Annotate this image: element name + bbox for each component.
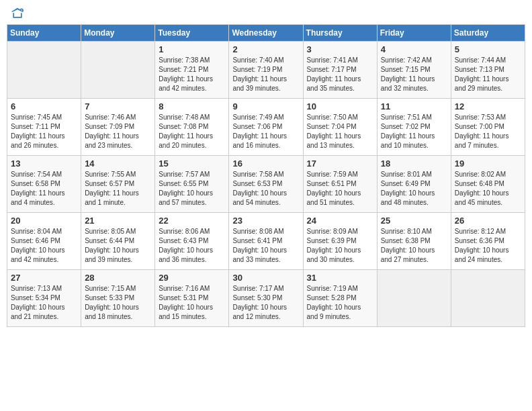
day-info: Sunrise: 7:41 AMSunset: 7:17 PMDaylight:…: [307, 56, 373, 93]
day-number: 14: [85, 158, 151, 169]
day-number: 3: [307, 44, 373, 54]
day-number: 8: [159, 101, 225, 111]
day-info: Sunrise: 8:05 AMSunset: 6:44 PMDaylight:…: [85, 227, 151, 265]
day-number: 29: [159, 273, 225, 283]
calendar-cell: 2Sunrise: 7:40 AMSunset: 7:19 PMDaylight…: [229, 42, 303, 99]
weekday-header: Sunday: [7, 25, 81, 42]
day-info: Sunrise: 8:09 AMSunset: 6:39 PMDaylight:…: [307, 227, 373, 265]
day-number: 30: [232, 273, 299, 283]
calendar-week-row: 27Sunrise: 7:13 AMSunset: 5:34 PMDayligh…: [7, 270, 525, 327]
calendar-cell: 21Sunrise: 8:05 AMSunset: 6:44 PMDayligh…: [81, 213, 155, 270]
day-info: Sunrise: 8:01 AMSunset: 6:49 PMDaylight:…: [381, 170, 447, 208]
day-number: 7: [85, 101, 151, 111]
day-number: 25: [381, 216, 447, 226]
calendar-cell: 29Sunrise: 7:16 AMSunset: 5:31 PMDayligh…: [155, 270, 229, 327]
calendar-cell: [7, 42, 81, 99]
day-number: 10: [307, 101, 373, 111]
day-info: Sunrise: 7:55 AMSunset: 6:57 PMDaylight:…: [85, 170, 151, 208]
day-info: Sunrise: 8:06 AMSunset: 6:43 PMDaylight:…: [159, 227, 225, 265]
day-info: Sunrise: 7:59 AMSunset: 6:51 PMDaylight:…: [307, 170, 373, 208]
calendar-week-row: 6Sunrise: 7:45 AMSunset: 7:11 PMDaylight…: [7, 99, 525, 156]
calendar-cell: 18Sunrise: 8:01 AMSunset: 6:49 PMDayligh…: [377, 156, 451, 213]
day-number: 26: [455, 216, 521, 226]
day-info: Sunrise: 7:42 AMSunset: 7:15 PMDaylight:…: [381, 56, 447, 93]
day-info: Sunrise: 7:45 AMSunset: 7:11 PMDaylight:…: [11, 113, 77, 150]
calendar-cell: 9Sunrise: 7:49 AMSunset: 7:06 PMDaylight…: [229, 99, 303, 156]
day-number: 20: [11, 216, 77, 226]
calendar-cell: [81, 42, 155, 99]
day-number: 17: [307, 158, 373, 169]
calendar-cell: 20Sunrise: 8:04 AMSunset: 6:46 PMDayligh…: [7, 213, 81, 270]
weekday-header: Thursday: [303, 25, 377, 42]
day-info: Sunrise: 7:53 AMSunset: 7:00 PMDaylight:…: [455, 113, 521, 150]
day-number: 6: [11, 101, 77, 111]
weekday-header: Friday: [377, 25, 451, 42]
calendar-cell: [451, 270, 525, 327]
day-number: 12: [455, 101, 521, 111]
day-number: 27: [11, 273, 77, 283]
day-number: 2: [232, 44, 299, 54]
calendar-cell: 12Sunrise: 7:53 AMSunset: 7:00 PMDayligh…: [451, 99, 525, 156]
calendar-cell: 13Sunrise: 7:54 AMSunset: 6:58 PMDayligh…: [7, 156, 81, 213]
calendar-cell: 15Sunrise: 7:57 AMSunset: 6:55 PMDayligh…: [155, 156, 229, 213]
day-info: Sunrise: 7:19 AMSunset: 5:28 PMDaylight:…: [307, 284, 373, 322]
day-info: Sunrise: 7:44 AMSunset: 7:13 PMDaylight:…: [455, 56, 521, 93]
calendar-cell: 7Sunrise: 7:46 AMSunset: 7:09 PMDaylight…: [81, 99, 155, 156]
day-info: Sunrise: 7:50 AMSunset: 7:04 PMDaylight:…: [307, 113, 373, 150]
day-number: 5: [455, 44, 521, 54]
day-info: Sunrise: 7:51 AMSunset: 7:02 PMDaylight:…: [381, 113, 447, 150]
logo-icon: [11, 7, 24, 20]
day-info: Sunrise: 7:13 AMSunset: 5:34 PMDaylight:…: [11, 284, 77, 322]
calendar-week-row: 1Sunrise: 7:38 AMSunset: 7:21 PMDaylight…: [7, 42, 525, 99]
day-number: 28: [85, 273, 151, 283]
day-info: Sunrise: 7:48 AMSunset: 7:08 PMDaylight:…: [159, 113, 225, 150]
day-number: 18: [381, 158, 447, 169]
calendar-cell: 6Sunrise: 7:45 AMSunset: 7:11 PMDaylight…: [7, 99, 81, 156]
day-number: 21: [85, 216, 151, 226]
day-info: Sunrise: 7:46 AMSunset: 7:09 PMDaylight:…: [85, 113, 151, 150]
calendar-cell: 4Sunrise: 7:42 AMSunset: 7:15 PMDaylight…: [377, 42, 451, 99]
day-info: Sunrise: 7:38 AMSunset: 7:21 PMDaylight:…: [159, 56, 225, 93]
weekday-header: Monday: [81, 25, 155, 42]
calendar-cell: 19Sunrise: 8:02 AMSunset: 6:48 PMDayligh…: [451, 156, 525, 213]
day-number: 16: [232, 158, 299, 169]
day-number: 1: [159, 44, 225, 54]
calendar-cell: 11Sunrise: 7:51 AMSunset: 7:02 PMDayligh…: [377, 99, 451, 156]
calendar-cell: 14Sunrise: 7:55 AMSunset: 6:57 PMDayligh…: [81, 156, 155, 213]
day-info: Sunrise: 7:15 AMSunset: 5:33 PMDaylight:…: [85, 284, 151, 322]
day-info: Sunrise: 8:12 AMSunset: 6:36 PMDaylight:…: [455, 227, 521, 265]
calendar-cell: 17Sunrise: 7:59 AMSunset: 6:51 PMDayligh…: [303, 156, 377, 213]
day-info: Sunrise: 7:16 AMSunset: 5:31 PMDaylight:…: [159, 284, 225, 322]
calendar-cell: 27Sunrise: 7:13 AMSunset: 5:34 PMDayligh…: [7, 270, 81, 327]
page-header: [7, 7, 525, 20]
day-number: 31: [307, 273, 373, 283]
calendar-week-row: 13Sunrise: 7:54 AMSunset: 6:58 PMDayligh…: [7, 156, 525, 213]
day-number: 22: [159, 216, 225, 226]
weekday-header: Tuesday: [155, 25, 229, 42]
day-info: Sunrise: 8:10 AMSunset: 6:38 PMDaylight:…: [381, 227, 447, 265]
calendar-cell: 10Sunrise: 7:50 AMSunset: 7:04 PMDayligh…: [303, 99, 377, 156]
day-info: Sunrise: 7:49 AMSunset: 7:06 PMDaylight:…: [232, 113, 299, 150]
day-number: 23: [232, 216, 299, 226]
calendar-cell: 28Sunrise: 7:15 AMSunset: 5:33 PMDayligh…: [81, 270, 155, 327]
day-info: Sunrise: 8:04 AMSunset: 6:46 PMDaylight:…: [11, 227, 77, 265]
day-info: Sunrise: 7:58 AMSunset: 6:53 PMDaylight:…: [232, 170, 299, 208]
calendar-table: SundayMondayTuesdayWednesdayThursdayFrid…: [7, 24, 525, 327]
calendar-cell: 5Sunrise: 7:44 AMSunset: 7:13 PMDaylight…: [451, 42, 525, 99]
calendar-cell: 23Sunrise: 8:08 AMSunset: 6:41 PMDayligh…: [229, 213, 303, 270]
day-number: 9: [232, 101, 299, 111]
calendar-cell: 16Sunrise: 7:58 AMSunset: 6:53 PMDayligh…: [229, 156, 303, 213]
day-number: 13: [11, 158, 77, 169]
day-number: 19: [455, 158, 521, 169]
calendar-week-row: 20Sunrise: 8:04 AMSunset: 6:46 PMDayligh…: [7, 213, 525, 270]
calendar-cell: 3Sunrise: 7:41 AMSunset: 7:17 PMDaylight…: [303, 42, 377, 99]
calendar-cell: [377, 270, 451, 327]
calendar-cell: 26Sunrise: 8:12 AMSunset: 6:36 PMDayligh…: [451, 213, 525, 270]
day-info: Sunrise: 8:02 AMSunset: 6:48 PMDaylight:…: [455, 170, 521, 208]
logo: [9, 7, 24, 20]
day-number: 24: [307, 216, 373, 226]
calendar-cell: 1Sunrise: 7:38 AMSunset: 7:21 PMDaylight…: [155, 42, 229, 99]
calendar-cell: 30Sunrise: 7:17 AMSunset: 5:30 PMDayligh…: [229, 270, 303, 327]
day-number: 15: [159, 158, 225, 169]
calendar-cell: 24Sunrise: 8:09 AMSunset: 6:39 PMDayligh…: [303, 213, 377, 270]
